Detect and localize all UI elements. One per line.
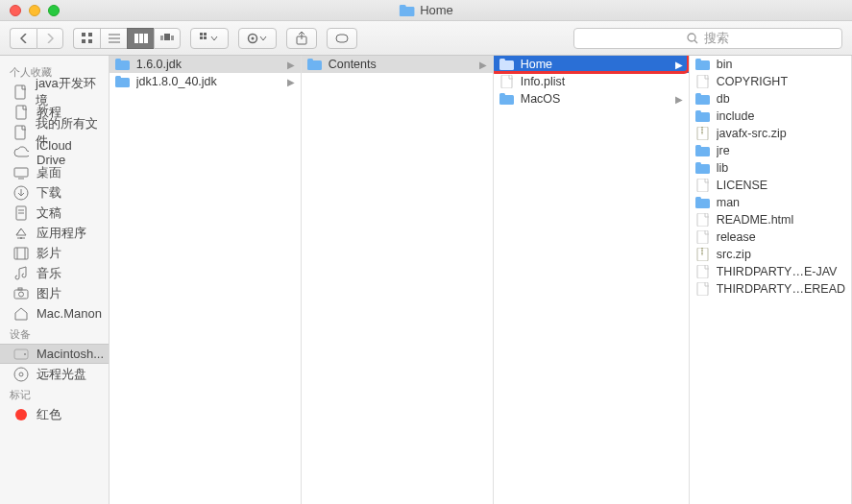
list-item-label: db	[717, 92, 845, 106]
list-item[interactable]: man	[690, 194, 851, 211]
icon-view-button[interactable]	[73, 28, 100, 49]
svg-rect-75	[697, 230, 708, 244]
tags-button[interactable]	[327, 28, 357, 49]
list-item[interactable]: THIRDPARTY…EREAD	[690, 280, 851, 298]
list-item[interactable]: COPYRIGHT	[690, 73, 851, 90]
list-item-label: man	[717, 196, 845, 209]
sidebar-item-label: 下载	[37, 184, 61, 202]
list-item[interactable]: MacOS▶	[494, 90, 689, 108]
svg-rect-2	[82, 33, 85, 36]
list-item[interactable]: javafx-src.zip	[690, 125, 851, 142]
list-item[interactable]: include	[690, 108, 851, 125]
list-item[interactable]: README.html	[690, 211, 851, 228]
list-item-label: jdk1.8.0_40.jdk	[136, 75, 281, 88]
file-icon	[695, 75, 711, 88]
desktop-icon	[13, 165, 29, 180]
nav-buttons	[10, 28, 63, 49]
svg-line-34	[16, 228, 21, 235]
svg-rect-27	[15, 126, 25, 139]
sidebar-item[interactable]: 图片	[0, 283, 109, 303]
list-item-label: include	[717, 109, 845, 123]
sidebar-item-label: 桌面	[37, 164, 61, 181]
sidebar-item-label: 文稿	[37, 204, 61, 222]
svg-rect-3	[88, 33, 92, 36]
folder-icon	[115, 58, 131, 71]
action-dropdown[interactable]	[238, 28, 277, 49]
sidebar-item-label: 应用程序	[37, 225, 86, 242]
share-button[interactable]	[286, 28, 317, 49]
arrange-dropdown[interactable]	[190, 28, 229, 49]
back-button[interactable]	[10, 28, 37, 49]
list-item-label: THIRDPARTY…EREAD	[717, 282, 845, 296]
list-item[interactable]: 1.6.0.jdk▶	[110, 56, 301, 73]
coverflow-view-button[interactable]	[154, 28, 181, 49]
list-view-button[interactable]	[100, 28, 127, 49]
list-item[interactable]: release	[690, 228, 851, 246]
window-controls	[0, 5, 60, 16]
close-icon[interactable]	[10, 5, 21, 16]
list-item[interactable]: jre	[690, 142, 851, 159]
sidebar-item[interactable]: 应用程序	[0, 223, 109, 243]
search-input[interactable]: 搜索	[573, 28, 842, 49]
svg-rect-54	[499, 59, 505, 62]
sidebar-item-label: 音乐	[37, 265, 61, 282]
list-item[interactable]: bin	[690, 56, 851, 73]
folder-icon	[695, 144, 711, 157]
zip-icon	[695, 127, 711, 140]
toolbar: 搜索	[0, 21, 852, 56]
list-item[interactable]: Contents▶	[302, 56, 493, 73]
hdd-icon	[13, 347, 29, 362]
sidebar-item[interactable]: Mac.Manon	[0, 303, 109, 324]
sidebar-item[interactable]: 影片	[0, 243, 109, 263]
sidebar-section-header: 设备	[0, 324, 109, 344]
list-item-label: Contents	[329, 58, 474, 71]
minimize-icon[interactable]	[29, 5, 40, 16]
column-view-button[interactable]	[127, 28, 154, 49]
sidebar-item[interactable]: 音乐	[0, 263, 109, 283]
sidebar: 个人收藏java开发环境教程我的所有文件iCloud Drive桌面下载文稿应用…	[0, 56, 110, 504]
list-item-label: Home	[521, 58, 669, 71]
folder-icon	[307, 58, 323, 71]
svg-rect-71	[697, 179, 708, 192]
list-item-label: lib	[717, 161, 845, 175]
sidebar-item[interactable]: java开发环境	[0, 82, 109, 102]
forward-button[interactable]	[37, 28, 63, 49]
list-item[interactable]: LICENSE	[690, 177, 851, 194]
svg-rect-22	[336, 35, 348, 42]
sidebar-item[interactable]: iCloud Drive	[0, 142, 109, 162]
column: 1.6.0.jdk▶jdk1.8.0_40.jdk▶	[110, 56, 302, 504]
sidebar-item[interactable]: 下载	[0, 182, 109, 203]
svg-rect-40	[14, 290, 28, 299]
svg-point-20	[252, 36, 255, 39]
list-item-label: COPYRIGHT	[717, 75, 845, 88]
folder-icon	[695, 161, 711, 175]
list-item[interactable]: THIRDPARTY…E-JAV	[690, 263, 851, 280]
zoom-icon[interactable]	[48, 5, 60, 16]
window-title-text: Home	[420, 3, 453, 17]
chevron-right-icon: ▶	[287, 77, 295, 87]
list-item[interactable]: lib	[690, 159, 851, 177]
cloud-icon	[13, 145, 29, 160]
list-item[interactable]: db	[690, 90, 851, 108]
sidebar-item[interactable]: 文稿	[0, 203, 109, 223]
zip-icon	[695, 248, 711, 261]
chevron-right-icon: ▶	[287, 60, 295, 70]
sidebar-item[interactable]: 远程光盘	[0, 364, 109, 384]
svg-rect-5	[88, 39, 92, 43]
svg-rect-25	[15, 85, 25, 99]
svg-rect-37	[14, 248, 28, 259]
doc-icon	[13, 105, 29, 120]
svg-rect-73	[695, 197, 701, 201]
sidebar-item[interactable]: Macintosh...	[0, 344, 109, 364]
svg-rect-50	[115, 76, 121, 80]
list-item[interactable]: jdk1.8.0_40.jdk▶	[110, 73, 301, 90]
list-item[interactable]: Info.plist	[494, 73, 689, 90]
svg-rect-28	[14, 168, 28, 177]
svg-rect-17	[200, 36, 203, 39]
sidebar-item[interactable]: 红色	[0, 404, 109, 424]
list-item-label: README.html	[717, 213, 845, 227]
list-item[interactable]: Home▶	[494, 56, 689, 73]
sidebar-item-label: Macintosh...	[37, 347, 104, 361]
svg-rect-70	[695, 162, 701, 166]
list-item[interactable]: src.zip	[690, 246, 851, 263]
